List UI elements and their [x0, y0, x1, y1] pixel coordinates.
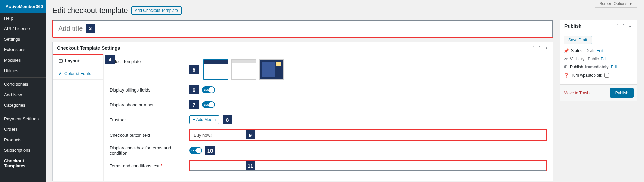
label-trustbar: Trustbar — [110, 117, 189, 122]
label-select-template: Select Template — [110, 59, 189, 64]
visibility-value: Public — [587, 57, 599, 61]
checkout-settings-metabox: Checkout Template Settings ˄ ˅ ▴ Layout — [52, 42, 553, 181]
label-display-terms: Display checkbox for terms and condition — [110, 145, 189, 156]
edit-status-link[interactable]: Edit — [596, 48, 603, 53]
toggle-billing[interactable]: YES — [202, 86, 215, 93]
publish-button[interactable]: Publish — [610, 88, 634, 98]
move-to-trash-link[interactable]: Move to Trash — [564, 90, 590, 95]
toggle-terms[interactable]: YES — [189, 147, 202, 154]
sidebar-item-help[interactable]: Help — [0, 13, 46, 23]
metabox-title: Checkout Template Settings — [57, 45, 120, 51]
template-option-2[interactable] — [231, 59, 256, 80]
publish-title: Publish — [564, 23, 582, 29]
sidebar-item-orders[interactable]: Orders — [0, 124, 46, 135]
metabox-header: Checkout Template Settings ˄ ˅ ▴ — [53, 42, 553, 54]
admin-sidebar: ActiveMember360 Help API / License Setti… — [0, 0, 46, 182]
publish-when-value: immediately — [585, 65, 608, 69]
sidebar-item-checkout-templates[interactable]: Checkout Templates — [0, 156, 46, 171]
brand-icon — [3, 3, 3, 9]
sidebar-item-products[interactable]: Products — [0, 135, 46, 145]
badge-10: 10 — [205, 146, 215, 155]
tab-colors[interactable]: Color & Fonts — [53, 67, 103, 80]
sidebar-item-modules[interactable]: Modules — [0, 55, 46, 65]
publish-toggle-icon[interactable]: ▴ — [628, 23, 633, 29]
main-area: Screen Options ▼ Edit checkout template … — [46, 0, 644, 182]
template-option-1[interactable] — [203, 59, 228, 80]
add-checkout-template-button[interactable]: Add Checkout Template — [131, 6, 182, 15]
svg-point-2 — [60, 60, 61, 61]
badge-8: 8 — [223, 115, 232, 124]
screen-options-label: Screen Options — [599, 1, 627, 6]
sidebar-item-addnew[interactable]: Add New — [0, 89, 46, 100]
badge-6: 6 — [189, 85, 199, 94]
sidebar-item-payment[interactable]: Payment Settings — [0, 114, 46, 124]
template-option-3[interactable] — [259, 59, 284, 80]
sidebar-item-utilities[interactable]: Utilities — [0, 65, 46, 76]
sidebar-item-categories[interactable]: Categories — [0, 100, 46, 110]
metabox-down-icon[interactable]: ˅ — [537, 45, 542, 51]
badge-4: 4 — [105, 55, 115, 64]
label-terms-text: Terms and conditions text * — [110, 163, 189, 168]
label-display-billing: Display billings fields — [110, 87, 189, 93]
brush-icon — [58, 71, 62, 76]
sidebar-item-subscriptions[interactable]: Subscriptions — [0, 145, 46, 156]
help-icon: ❓ — [564, 73, 569, 78]
metabox-toggle-icon[interactable]: ▴ — [544, 45, 549, 51]
title-input-highlight: 3 — [52, 20, 553, 38]
badge-7: 7 — [189, 100, 199, 109]
brand-label: ActiveMember360 — [5, 4, 43, 9]
calendar-icon: 🗓 — [564, 65, 568, 69]
layout-icon — [58, 59, 63, 63]
tab-layout-label: Layout — [65, 58, 80, 63]
svg-point-0 — [3, 6, 3, 7]
edit-schedule-link[interactable]: Edit — [611, 65, 618, 69]
sidebar-item-conditionals[interactable]: Conditionals — [0, 79, 46, 89]
label-display-phone: Display phone number — [110, 102, 189, 107]
badge-3: 3 — [86, 24, 95, 33]
tab-layout[interactable]: Layout — [53, 54, 103, 67]
sidebar-item-settings[interactable]: Settings — [0, 34, 46, 44]
sidebar-item-api[interactable]: API / License — [0, 23, 46, 34]
tab-colors-label: Color & Fonts — [64, 71, 91, 76]
badge-11: 11 — [246, 161, 255, 170]
publish-metabox: Publish ˄ ˅ ▴ Save Draft 📌 Status: Draft… — [560, 20, 637, 101]
screen-options-tab[interactable]: Screen Options ▼ — [595, 0, 637, 8]
status-value: Draft — [585, 48, 594, 53]
wpautop-checkbox[interactable] — [604, 73, 609, 78]
metabox-up-icon[interactable]: ˄ — [531, 45, 536, 51]
publish-down-icon[interactable]: ˅ — [621, 23, 626, 29]
add-media-button[interactable]: + Add Media — [189, 115, 219, 124]
eye-icon: 👁 — [564, 57, 568, 61]
brand-badge[interactable]: ActiveMember360 — [0, 0, 46, 13]
terms-text-input[interactable] — [190, 161, 546, 171]
toggle-phone[interactable]: YES — [202, 101, 215, 108]
label-checkout-button-text: Checkout button text — [110, 133, 189, 138]
save-draft-button[interactable]: Save Draft — [564, 36, 592, 44]
chevron-down-icon: ▼ — [629, 1, 633, 6]
edit-visibility-link[interactable]: Edit — [601, 57, 608, 61]
checkout-button-text-input[interactable] — [190, 130, 546, 140]
badge-5: 5 — [189, 65, 199, 74]
sidebar-item-extensions[interactable]: Extensions — [0, 44, 46, 55]
badge-9: 9 — [246, 130, 255, 139]
pin-icon: 📌 — [564, 48, 569, 53]
title-input[interactable] — [53, 20, 553, 37]
page-title: Edit checkout template — [52, 6, 128, 15]
publish-up-icon[interactable]: ˄ — [615, 23, 620, 29]
publish-header: Publish ˄ ˅ ▴ — [560, 20, 637, 32]
